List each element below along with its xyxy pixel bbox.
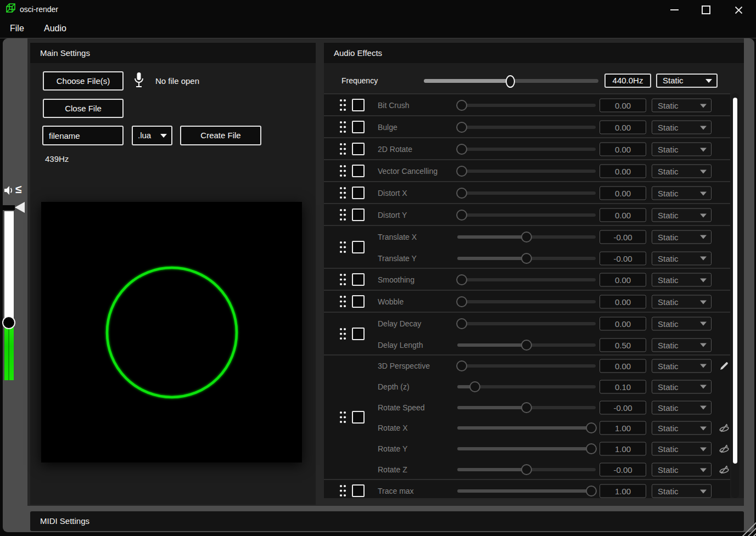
effect-value-box[interactable]: 0.00: [600, 208, 646, 222]
effect-slider[interactable]: [457, 364, 596, 368]
close-file-button[interactable]: Close File: [43, 99, 124, 118]
effect-value-box[interactable]: 0.00: [600, 121, 646, 134]
rotate-axis-icon[interactable]: [718, 422, 730, 434]
effect-slider-thumb[interactable]: [456, 144, 467, 155]
effect-animation-dropdown[interactable]: Static: [652, 273, 712, 287]
effect-slider[interactable]: [457, 191, 596, 195]
effect-slider-thumb[interactable]: [586, 486, 597, 496]
effect-value-box[interactable]: 1.00: [600, 421, 646, 435]
effect-slider-thumb[interactable]: [456, 274, 467, 285]
rotate-axis-icon[interactable]: [718, 464, 730, 476]
effect-animation-dropdown[interactable]: Static: [652, 484, 712, 498]
effect-value-box[interactable]: 0.00: [600, 99, 646, 112]
effect-slider-thumb[interactable]: [456, 166, 467, 177]
effect-value-box[interactable]: 0.10: [600, 380, 646, 393]
effect-slider-thumb[interactable]: [586, 422, 597, 433]
effect-animation-dropdown[interactable]: Static: [652, 295, 712, 309]
effect-value-box[interactable]: 0.00: [600, 143, 646, 156]
effect-animation-dropdown[interactable]: Static: [652, 400, 712, 414]
effect-animation-dropdown[interactable]: Static: [652, 380, 712, 393]
effect-animation-dropdown[interactable]: Static: [652, 165, 712, 178]
effect-animation-value: Static: [658, 145, 679, 154]
effect-value-box[interactable]: 0.00: [600, 317, 646, 330]
maximize-button[interactable]: [693, 0, 719, 20]
effect-slider-thumb[interactable]: [586, 443, 597, 454]
effect-animation-dropdown[interactable]: Static: [652, 121, 712, 134]
effect-slider[interactable]: [457, 170, 596, 173]
effect-slider-thumb[interactable]: [521, 340, 532, 351]
effect-animation-dropdown[interactable]: Static: [652, 463, 712, 477]
effect-animation-dropdown[interactable]: Static: [652, 338, 712, 352]
effect-slider[interactable]: [457, 278, 596, 281]
effect-value-box[interactable]: 1.00: [600, 484, 646, 498]
effect-animation-dropdown[interactable]: Static: [652, 143, 712, 156]
effect-slider[interactable]: [457, 489, 596, 493]
effect-animation-dropdown[interactable]: Static: [652, 187, 712, 200]
effect-value-box[interactable]: -0.00: [600, 251, 646, 265]
effect-slider-thumb[interactable]: [521, 402, 532, 413]
effect-slider[interactable]: [457, 300, 596, 303]
create-file-button[interactable]: Create File: [180, 126, 261, 145]
filename-input[interactable]: [42, 126, 124, 145]
effects-scrollbar-thumb[interactable]: [733, 98, 737, 464]
effect-slider[interactable]: [457, 213, 596, 217]
effect-value-box[interactable]: -0.00: [600, 230, 646, 244]
effect-animation-dropdown[interactable]: Static: [652, 317, 712, 330]
extension-dropdown[interactable]: .lua: [132, 126, 172, 145]
effect-slider-thumb[interactable]: [456, 296, 467, 307]
effect-slider-thumb[interactable]: [521, 232, 532, 242]
effect-slider-thumb[interactable]: [456, 210, 467, 221]
effect-slider-thumb[interactable]: [456, 360, 467, 371]
effect-slider[interactable]: [457, 148, 596, 151]
effect-slider-thumb[interactable]: [456, 318, 467, 329]
chevron-down-icon: [700, 104, 707, 108]
effect-value-box[interactable]: 0.00: [600, 359, 646, 373]
effect-slider[interactable]: [457, 104, 596, 107]
edit-pencil-icon[interactable]: [718, 360, 730, 372]
effect-value-box[interactable]: 0.00: [600, 295, 646, 309]
rotate-axis-icon[interactable]: [718, 443, 730, 455]
effect-row: Bulge0.00Static: [324, 116, 730, 138]
menu-audio[interactable]: Audio: [41, 20, 70, 38]
close-button[interactable]: [726, 0, 751, 20]
effect-animation-dropdown[interactable]: Static: [652, 99, 712, 112]
effect-animation-dropdown[interactable]: Static: [652, 251, 712, 265]
effect-value-box[interactable]: 0.50: [600, 338, 646, 352]
effect-value-box[interactable]: -0.00: [600, 400, 646, 414]
effect-slider[interactable]: [457, 426, 596, 430]
effect-value-box[interactable]: -0.00: [600, 463, 646, 477]
frequency-animation-dropdown[interactable]: Static: [656, 74, 718, 88]
effect-slider-thumb[interactable]: [521, 253, 532, 264]
volume-track[interactable]: [4, 211, 14, 323]
microphone-icon[interactable]: [133, 72, 144, 89]
effect-value-box[interactable]: 1.00: [600, 442, 646, 456]
effect-slider[interactable]: [457, 126, 596, 129]
frequency-slider[interactable]: [424, 79, 598, 83]
effect-value-box[interactable]: 0.00: [600, 273, 646, 287]
effect-animation-dropdown[interactable]: Static: [652, 208, 712, 222]
effect-animation-dropdown[interactable]: Static: [652, 359, 712, 373]
effect-slider-thumb[interactable]: [456, 188, 467, 199]
effect-value-box[interactable]: 0.00: [600, 165, 646, 178]
choose-file-button[interactable]: Choose File(s): [43, 71, 124, 91]
effect-animation-dropdown[interactable]: Static: [652, 230, 712, 244]
frequency-value-box[interactable]: 440.0Hz: [604, 74, 651, 88]
effect-label: Bulge: [378, 123, 397, 132]
effect-animation-dropdown[interactable]: Static: [652, 421, 712, 435]
chevron-down-icon: [700, 343, 707, 347]
minimize-button[interactable]: [662, 0, 687, 20]
midi-settings-panel[interactable]: MIDI Settings: [30, 511, 744, 531]
effect-slider-thumb[interactable]: [521, 464, 532, 475]
effect-slider-thumb[interactable]: [456, 100, 467, 111]
effect-slider-thumb[interactable]: [469, 381, 480, 392]
effect-slider[interactable]: [457, 447, 596, 450]
effect-slider[interactable]: [457, 322, 596, 325]
effect-value-box[interactable]: 0.00: [600, 187, 646, 200]
effects-scrollbar[interactable]: [731, 93, 739, 498]
volume-slider-thumb[interactable]: [2, 316, 15, 329]
effect-slider-thumb[interactable]: [456, 122, 467, 133]
effect-animation-dropdown[interactable]: Static: [652, 442, 712, 456]
menu-file[interactable]: File: [7, 20, 27, 38]
frequency-slider-thumb[interactable]: [506, 75, 515, 88]
volume-threshold-arrow[interactable]: [15, 202, 25, 213]
